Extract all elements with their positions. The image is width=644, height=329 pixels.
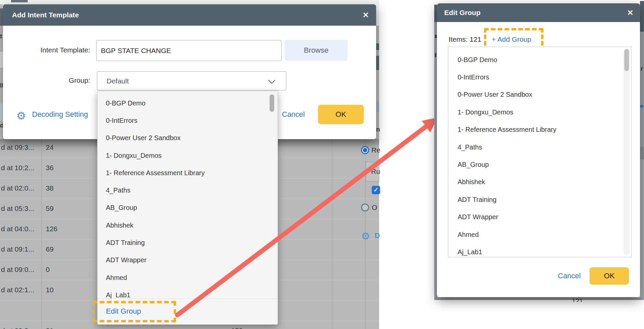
- close-icon[interactable]: ✕: [361, 10, 371, 20]
- browse-button[interactable]: Browse: [285, 40, 348, 61]
- group-option[interactable]: Ahmed: [98, 269, 268, 286]
- intent-template-input[interactable]: BGP STATE CHANGE: [96, 40, 282, 61]
- background-fragment: [376, 102, 379, 112]
- row-timestamp: d at 09:1...: [1, 245, 34, 253]
- edit-group-link[interactable]: Edit Group: [106, 307, 141, 316]
- group-option[interactable]: ADT Wrapper: [448, 209, 622, 226]
- gear-icon: ⚙: [16, 109, 26, 122]
- group-option[interactable]: ADT Training: [98, 234, 268, 251]
- dialog-header: Add Intent Template ✕: [3, 4, 376, 26]
- background-text-fragment: n: [376, 126, 380, 133]
- group-option[interactable]: 1- Reference Assessment Library: [98, 164, 268, 182]
- list-scrollbar-thumb[interactable]: [624, 49, 629, 71]
- group-option[interactable]: Abhishek: [98, 217, 268, 234]
- group-dropdown-panel: 0-BGP Demo 0-IntErrors 0-Power User 2 Sa…: [97, 91, 278, 325]
- browse-button-label: Browse: [304, 46, 328, 55]
- group-select-value: Default: [107, 77, 129, 85]
- group-option-label: 1- Reference Assessment Library: [106, 169, 205, 177]
- background-fragment: [640, 105, 643, 107]
- chevron-down-icon: [268, 77, 275, 84]
- cancel-button[interactable]: Cancel: [558, 272, 581, 280]
- group-option[interactable]: 4_Paths: [98, 182, 268, 199]
- group-option[interactable]: Ahmed: [448, 226, 622, 243]
- group-option-label: ADT Training: [458, 196, 496, 204]
- cancel-button[interactable]: Cancel: [282, 110, 305, 119]
- ok-button[interactable]: OK: [318, 105, 364, 124]
- intent-template-value: BGP STATE CHANGE: [101, 47, 171, 55]
- group-option[interactable]: 0-IntErrors: [98, 112, 268, 129]
- group-option[interactable]: AB_Group: [98, 199, 268, 217]
- link-fragment: D: [375, 232, 380, 240]
- group-select[interactable]: Default: [97, 71, 286, 90]
- group-option-label: 0-IntErrors: [458, 73, 489, 81]
- group-option[interactable]: Abhishek: [448, 174, 622, 191]
- group-option-label: 0-IntErrors: [106, 117, 137, 124]
- group-option-label: 4_Paths: [106, 187, 130, 194]
- input-text-fragment: Ru: [371, 168, 380, 176]
- background-right-sliver: n: [376, 26, 379, 139]
- row-timestamp: d at 09:3: [1, 327, 28, 329]
- add-group-link[interactable]: + Add Group: [492, 35, 531, 43]
- group-option[interactable]: AB_Group: [448, 156, 622, 173]
- group-option[interactable]: 0-Power User 2 Sandbox: [448, 86, 622, 103]
- dropdown-footer-divider: [98, 298, 278, 299]
- background-fragment: [640, 147, 644, 159]
- ok-button[interactable]: OK: [590, 267, 629, 285]
- group-option[interactable]: 0-IntErrors: [448, 68, 622, 86]
- background-fragment: [0, 51, 3, 68]
- row-count: 38: [46, 184, 53, 192]
- row-timestamp: d at 02:1...: [1, 286, 34, 294]
- list-scrollbar-track[interactable]: [624, 48, 630, 255]
- clipped-number-fragment: 121: [572, 298, 587, 302]
- group-dropdown-list: 0-BGP Demo 0-IntErrors 0-Power User 2 Sa…: [98, 91, 268, 299]
- group-option[interactable]: 0-BGP Demo: [448, 51, 622, 68]
- group-option[interactable]: ADT Training: [448, 191, 622, 208]
- group-option-label: Ahmed: [106, 274, 127, 282]
- gear-icon: ⚙: [361, 230, 370, 242]
- background-left-sliver: t li d: [0, 4, 3, 139]
- ok-button-label: OK: [604, 272, 615, 280]
- edit-group-bg-sliver-right: r: [640, 1, 644, 300]
- radio-label-fragment: O: [372, 204, 377, 212]
- close-icon[interactable]: ✕: [625, 8, 635, 18]
- group-list: 0-BGP Demo 0-IntErrors 0-Power User 2 Sa…: [448, 47, 622, 256]
- group-option-label: 0-BGP Demo: [106, 99, 146, 107]
- group-option-label: 0-Power User 2 Sandbox: [106, 134, 180, 142]
- background-fragment: [376, 56, 379, 70]
- group-option-label: ADT Training: [106, 239, 145, 247]
- group-option-label: Abhishek: [106, 222, 133, 229]
- group-option[interactable]: 1- Dongxu_Demos: [98, 147, 268, 164]
- report-radio-selected: [361, 146, 369, 154]
- row-count: 36: [46, 164, 53, 172]
- group-option[interactable]: 0-BGP Demo: [98, 94, 268, 112]
- group-label: Group:: [23, 76, 90, 84]
- background-text-fragment: t: [0, 33, 2, 40]
- group-option[interactable]: Aj_Lab1: [98, 286, 268, 299]
- dialog-title: Add Intent Template: [12, 11, 79, 19]
- group-option[interactable]: 1- Reference Assessment Library: [448, 121, 622, 138]
- dropdown-scrollbar-thumb[interactable]: [270, 94, 274, 112]
- background-input-fragment: Ru: [366, 162, 379, 182]
- decoding-settings-link[interactable]: Decoding Setting: [32, 110, 88, 118]
- group-option[interactable]: 1- Dongxu_Demos: [448, 103, 622, 121]
- group-option[interactable]: 4_Paths: [448, 138, 622, 156]
- ok-button-label: OK: [336, 110, 346, 119]
- items-count-label: Items: 121: [449, 35, 481, 43]
- group-option-label: Abhishek: [458, 178, 485, 186]
- screenshot-root: d at 09:3... 24 d at 10:2... 36 d at 02:…: [0, 0, 644, 329]
- group-option[interactable]: 0-Power User 2 Sandbox: [98, 129, 268, 147]
- number-fragment-text: 121: [572, 298, 583, 302]
- group-option[interactable]: ADT Wrapper: [98, 252, 268, 269]
- group-option-label: 1- Reference Assessment Library: [458, 126, 556, 133]
- group-option-label: 1- Dongxu_Demos: [106, 152, 162, 159]
- group-option-label: AB_Group: [458, 161, 489, 169]
- background-fragment: [435, 53, 436, 57]
- group-listbox: 0-BGP Demo 0-IntErrors 0-Power User 2 Sa…: [448, 47, 632, 257]
- table-grid-line: [41, 139, 42, 329]
- intent-template-label: Intent Template:: [23, 46, 90, 54]
- row-timestamp: d at 10:2...: [1, 164, 34, 172]
- group-option-label: 4_Paths: [458, 143, 482, 151]
- group-option[interactable]: Aj_Lab1: [448, 243, 622, 256]
- group-option-label: ADT Wrapper: [458, 213, 498, 221]
- row-count: 10: [46, 286, 53, 294]
